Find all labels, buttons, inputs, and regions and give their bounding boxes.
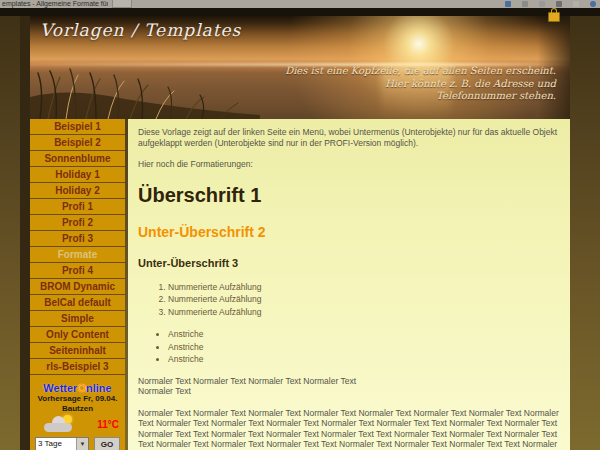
forecast-date: Vorhersage Fr, 09.04. <box>30 394 125 404</box>
forecast-controls: 3 Tage ▼ GO <box>30 437 125 450</box>
sidebar-item-rls-beispiel-3[interactable]: rls-Beispiel 3 <box>30 359 125 375</box>
sidebar-menu: Beispiel 1 Beispiel 2 Sonnenblume Holida… <box>30 119 125 450</box>
normal-text-line: Normaler Text <box>138 386 191 396</box>
sidebar-item-sonnenblume[interactable]: Sonnenblume <box>30 151 125 167</box>
intro-paragraph: Diese Vorlage zeigt auf der linken Seite… <box>138 127 560 148</box>
wetteronline-logo[interactable]: WetterOnline <box>30 382 125 394</box>
normal-text-short: Normaler Text Normaler Text Normaler Tex… <box>138 376 560 397</box>
go-button[interactable]: GO <box>94 437 120 450</box>
sidebar-item-simple[interactable]: Simple <box>30 311 125 327</box>
sidebar-item-beispiel-2[interactable]: Beispiel 2 <box>30 135 125 151</box>
heading-2: Unter-Überschrift 2 <box>138 224 560 240</box>
tagline-line: Telefonnummer stehen. <box>285 90 556 103</box>
tagline-line: Hier könnte z. B. die Adresse und <box>285 78 556 91</box>
sidebar-item-holiday-2[interactable]: Holiday 2 <box>30 183 125 199</box>
browser-toolbar-icon[interactable] <box>539 1 545 7</box>
sidebar-item-seiteninhalt[interactable]: Seiteninhalt <box>30 343 125 359</box>
sidebar-item-profi-2[interactable]: Profi 2 <box>30 215 125 231</box>
heading-1: Überschrift 1 <box>138 184 560 207</box>
screenshot-root: emplates - Allgemeine Formate für Texte … <box>0 0 600 450</box>
page-left-border <box>20 16 30 450</box>
forecast-city: Bautzen <box>30 404 125 414</box>
numbered-list: Nummerierte Aufzählung Nummerierte Aufzä… <box>138 281 560 319</box>
sidebar-item-brom-dynamic[interactable]: BROM Dynamic <box>30 279 125 295</box>
browser-toolbar-icon[interactable] <box>556 1 562 7</box>
sidebar-item-profi-3[interactable]: Profi 3 <box>30 231 125 247</box>
formats-note: Hier noch die Formatierungen: <box>138 159 560 170</box>
weather-widget: WetterOnline Vorhersage Fr, 09.04. Bautz… <box>30 375 125 450</box>
browser-toolbar-icon[interactable] <box>590 1 596 7</box>
normal-text-line: Normaler Text Normaler Text Normaler Tex… <box>138 376 356 386</box>
sidebar-item-profi-4[interactable]: Profi 4 <box>30 263 125 279</box>
bullet-item: Anstriche <box>168 328 560 341</box>
browser-toolbar-icon[interactable] <box>522 1 528 7</box>
main-content: Diese Vorlage zeigt auf der linken Seite… <box>128 119 570 450</box>
browser-tab[interactable] <box>112 0 132 8</box>
browser-toolbar-icon[interactable] <box>573 1 579 7</box>
bullet-item: Anstriche <box>168 341 560 354</box>
sidebar-item-formate[interactable]: Formate <box>30 247 125 263</box>
heading-3: Unter-Überschrift 3 <box>138 257 560 269</box>
sidebar-item-profi-1[interactable]: Profi 1 <box>30 199 125 215</box>
logo-text: Wetter <box>43 382 77 394</box>
forecast-row: 11°C <box>30 415 125 435</box>
sidebar-item-beispiel-1[interactable]: Beispiel 1 <box>30 119 125 135</box>
wetteronline-o-icon: O <box>77 382 86 394</box>
partly-cloudy-icon <box>44 417 76 432</box>
numbered-item: Nummerierte Aufzählung <box>168 293 560 306</box>
lock-icon <box>548 12 560 22</box>
page-background: Vorlagen / Templates Dies ist eine Kopfz… <box>0 16 600 450</box>
browser-toolbar-icon[interactable] <box>505 1 511 7</box>
bullet-item: Anstriche <box>168 353 560 366</box>
sidebar-item-only-content[interactable]: Only Content <box>30 327 125 343</box>
forecast-range-select[interactable]: 3 Tage ▼ <box>35 437 89 450</box>
sidebar-item-belcal-default[interactable]: BelCal default <box>30 295 125 311</box>
tagline-line: Dies ist eine Kopfzeile, die auf allen S… <box>285 65 556 78</box>
logo-text: nline <box>86 382 112 394</box>
forecast-range-value: 3 Tage <box>36 438 76 450</box>
header-tagline: Dies ist eine Kopfzeile, die auf allen S… <box>285 65 556 103</box>
bullet-list: Anstriche Anstriche Anstriche <box>138 328 560 366</box>
browser-tab-title[interactable]: emplates - Allgemeine Formate für Texte … <box>2 0 108 8</box>
cloud-icon <box>44 423 72 432</box>
browser-theme-strip <box>0 8 600 16</box>
normal-text-long: Normaler Text Normaler Text Normaler Tex… <box>138 408 560 450</box>
temperature-value: 11°C <box>97 419 119 430</box>
numbered-item: Nummerierte Aufzählung <box>168 281 560 294</box>
sidebar-item-holiday-1[interactable]: Holiday 1 <box>30 167 125 183</box>
chevron-down-icon[interactable]: ▼ <box>76 438 88 450</box>
numbered-item: Nummerierte Aufzählung <box>168 306 560 319</box>
header-image: Vorlagen / Templates Dies ist eine Kopfz… <box>30 16 570 119</box>
browser-toolbar <box>505 1 596 7</box>
site-title: Vorlagen / Templates <box>40 20 241 40</box>
